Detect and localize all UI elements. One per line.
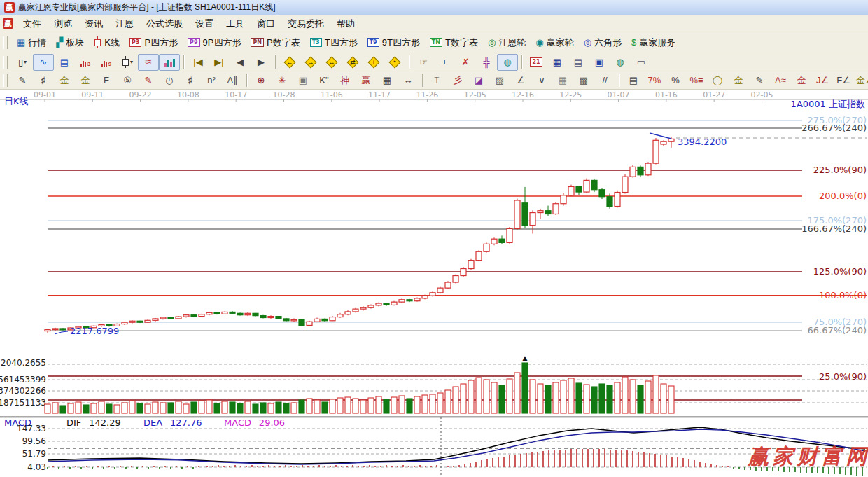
sectors-button[interactable]: ▞板块 (51, 34, 89, 52)
t-digit-table-button[interactable]: TNT数字表 (425, 34, 483, 52)
single-candle-dropdown[interactable]: ▾ (117, 54, 138, 71)
grid-a-tool[interactable]: ▦ (552, 72, 573, 89)
pattern-window-button[interactable]: ∿ (33, 54, 54, 71)
f-ladder-tool[interactable]: F (96, 72, 117, 89)
v-line-tool[interactable]: ∨ (531, 72, 552, 89)
menu-item-设置[interactable]: 设置 (189, 16, 220, 32)
menu-item-公式选股[interactable]: 公式选股 (140, 16, 189, 32)
bars-3-button[interactable]: 3 (75, 54, 96, 71)
winner-wheel-button-icon: ◉ (536, 38, 543, 47)
price-bars-tool[interactable]: ▤ (623, 72, 644, 89)
grid-ladder-tool[interactable]: ♯ (180, 72, 201, 89)
shift-right-diamond[interactable]: → (300, 54, 321, 71)
gold-ladder-tool-1[interactable]: 金 (54, 72, 75, 89)
p-square-button[interactable]: P3P四方形 (125, 34, 183, 52)
t-square-button[interactable]: T3T四方形 (305, 34, 363, 52)
f-angle-tool[interactable]: F∠ (833, 72, 854, 89)
winner-service-button[interactable]: $赢家服务 (626, 34, 680, 52)
p9-square-button[interactable]: P99P四方形 (183, 34, 246, 52)
kline-button[interactable]: K线 (89, 34, 125, 52)
menu-item-浏览[interactable]: 浏览 (48, 16, 78, 32)
fan-square-tool[interactable]: ◪ (468, 72, 489, 89)
gann-wheel-button[interactable]: ◎江恩轮 (483, 34, 531, 52)
grid-b-tool[interactable]: ▩ (573, 72, 594, 89)
gann-fan-button[interactable]: ≋ (138, 54, 159, 71)
time-clock-tool[interactable]: ◷ (159, 72, 180, 89)
n-square-tool[interactable]: n² (201, 72, 222, 89)
ying-tool[interactable]: 赢 (356, 72, 377, 89)
target-circle-tool[interactable]: ⊕ (251, 72, 272, 89)
hand-pan-button[interactable]: ☞ (413, 54, 434, 71)
percent-lines-tool[interactable]: %≡ (686, 72, 707, 89)
smart-tool-button[interactable]: ◍ (497, 54, 518, 71)
kline-chart-canvas[interactable]: 09-0109-1109-2210-0810-1710-2811-0611-17… (0, 90, 868, 477)
gold-angle-tool[interactable]: 金∠ (854, 72, 868, 89)
star-circle-tool[interactable]: ✳ (272, 72, 293, 89)
toolbar-drag-handle[interactable] (3, 36, 8, 49)
beam-tool[interactable]: ⌶ (426, 72, 447, 89)
save-button[interactable]: ▣ (589, 54, 610, 71)
menu-item-工具[interactable]: 工具 (220, 16, 251, 32)
last-page-button[interactable]: ▶| (209, 54, 230, 71)
a-wave-tool[interactable]: A≈ (770, 72, 791, 89)
h-measure-tool[interactable]: ↔ (398, 72, 419, 89)
shift-left-diamond[interactable]: ← (279, 54, 300, 71)
gold-ladder-tool-2[interactable]: 金 (75, 72, 96, 89)
bars-9-button[interactable]: 9 (96, 54, 117, 71)
menu-item-资讯[interactable]: 资讯 (78, 16, 109, 32)
toolbar-drag-handle[interactable] (3, 74, 8, 87)
percent-7-tool[interactable]: 7% (644, 72, 665, 89)
h-compress-diamond[interactable]: ⇄ (342, 54, 363, 71)
color-histogram-button[interactable] (159, 54, 180, 71)
notes-button[interactable]: ▤ (568, 54, 589, 71)
center-view-diamond[interactable]: * (384, 54, 405, 71)
menu-item-交易委托[interactable]: 交易委托 (281, 16, 330, 32)
k-quote-tool[interactable]: K" (314, 72, 335, 89)
toolbar-drag-handle[interactable] (3, 56, 8, 69)
calendar-button[interactable]: 21 (526, 54, 547, 71)
t9-square-button[interactable]: T99T四方形 (363, 34, 425, 52)
quotes-button[interactable]: ▦行情 (12, 34, 51, 52)
gold-lines-tool[interactable]: 金 (728, 72, 749, 89)
ladder-tool[interactable]: ♯ (33, 72, 54, 89)
calculator-button[interactable]: ▦ (547, 54, 568, 71)
hexagon-button[interactable]: ◎六角形 (579, 34, 626, 52)
gold-circle-tool[interactable]: ◯ (707, 72, 728, 89)
fan-lines-tool[interactable]: 彡 (447, 72, 468, 89)
ruler-tool[interactable]: ▦ (377, 72, 398, 89)
web-button[interactable]: ◍ (610, 54, 631, 71)
a-line-tool[interactable]: A∥ (222, 72, 243, 89)
menu-item-文件[interactable]: 文件 (17, 16, 48, 32)
spiral-5-tool[interactable]: ⑤ (117, 72, 138, 89)
menu-item-窗口[interactable]: 窗口 (251, 16, 281, 32)
kline-style-dropdown[interactable]: ▯▾ (12, 54, 33, 71)
j-angle-tool[interactable]: J∠ (812, 72, 833, 89)
parallel-tool[interactable]: // (594, 72, 615, 89)
compass-pen-tool[interactable]: ✎ (12, 72, 33, 89)
delete-tool-button[interactable]: ✗ (455, 54, 476, 71)
square-circle-tool[interactable]: ▣ (293, 72, 314, 89)
menu-item-帮助[interactable]: 帮助 (330, 16, 361, 32)
info-document-button[interactable]: ▤ (54, 54, 75, 71)
shen-tool[interactable]: 神 (335, 72, 356, 89)
crosshair-button[interactable]: + (434, 54, 455, 71)
angle-tool[interactable]: ∠ (510, 72, 531, 89)
hatch-square-tool[interactable]: ▨ (489, 72, 510, 89)
prev-page-button[interactable]: ◀ (230, 54, 251, 71)
red-pen-tool[interactable]: ✎ (138, 72, 159, 89)
volume-peak-marker: ▲ (523, 354, 528, 361)
grid-tool-button[interactable]: ╬ (476, 54, 497, 71)
p-digit-table-button[interactable]: PNP数字表 (246, 34, 304, 52)
h-expand-diamond[interactable]: ↔ (321, 54, 342, 71)
next-page-button[interactable]: ▶ (251, 54, 272, 71)
menu-item-江恩[interactable]: 江恩 (109, 16, 140, 32)
winner-wheel-button[interactable]: ◉赢家轮 (531, 34, 578, 52)
print-button[interactable]: ▭ (631, 54, 652, 71)
fit-all-diamond[interactable]: + (363, 54, 384, 71)
volume-bar (468, 380, 474, 413)
gold-red-tool[interactable]: 金 (791, 72, 812, 89)
candle (122, 322, 127, 324)
first-page-button[interactable]: |◀ (188, 54, 209, 71)
pen-bars-tool[interactable]: ✎ (749, 72, 770, 89)
percent-tool[interactable]: % (665, 72, 686, 89)
